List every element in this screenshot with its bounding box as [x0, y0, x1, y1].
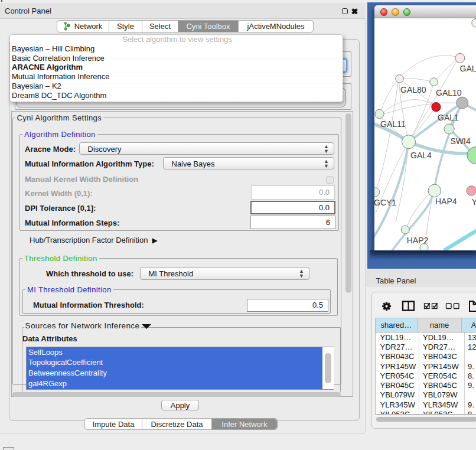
svg-text:GAL10: GAL10: [436, 88, 462, 97]
svg-text:SWI4: SWI4: [451, 136, 471, 146]
svg-text:Y: Y: [472, 197, 476, 207]
svg-text:GAL2: GAL2: [460, 64, 476, 73]
svg-text:GAL1: GAL1: [438, 113, 459, 122]
svg-text:HAP4: HAP4: [435, 197, 457, 206]
svg-text:GAL80: GAL80: [400, 85, 426, 94]
svg-text:GAL4: GAL4: [410, 151, 432, 160]
svg-text:GAL11: GAL11: [380, 119, 406, 129]
svg-text:HAP2: HAP2: [407, 236, 429, 245]
svg-text:GCY1: GCY1: [374, 198, 396, 207]
